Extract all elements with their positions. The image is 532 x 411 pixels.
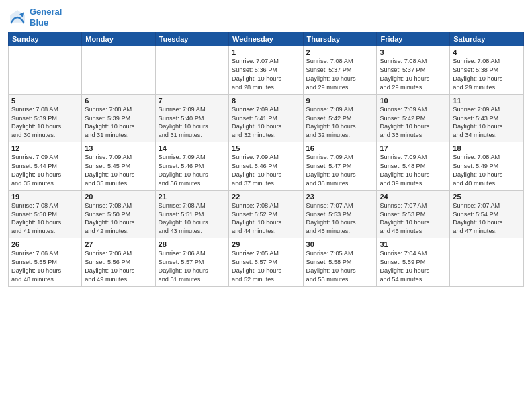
- day-info: Sunrise: 7:08 AM Sunset: 5:39 PM Dayligh…: [85, 105, 152, 140]
- day-number: 31: [380, 240, 447, 248]
- day-cell: 19Sunrise: 7:08 AM Sunset: 5:50 PM Dayli…: [9, 190, 82, 238]
- day-info: Sunrise: 7:09 AM Sunset: 5:42 PM Dayligh…: [306, 105, 374, 140]
- day-cell: 1Sunrise: 7:07 AM Sunset: 5:36 PM Daylig…: [229, 46, 304, 95]
- day-number: 23: [306, 193, 374, 201]
- day-cell: 17Sunrise: 7:09 AM Sunset: 5:48 PM Dayli…: [377, 142, 450, 191]
- week-row-1: 1Sunrise: 7:07 AM Sunset: 5:36 PM Daylig…: [9, 46, 524, 95]
- day-cell: 13Sunrise: 7:09 AM Sunset: 5:45 PM Dayli…: [82, 142, 155, 191]
- day-number: 8: [232, 97, 300, 105]
- day-info: Sunrise: 7:07 AM Sunset: 5:53 PM Dayligh…: [306, 201, 374, 236]
- day-cell: 14Sunrise: 7:09 AM Sunset: 5:46 PM Dayli…: [155, 142, 228, 191]
- day-cell: 20Sunrise: 7:08 AM Sunset: 5:50 PM Dayli…: [82, 190, 155, 238]
- day-cell: 8Sunrise: 7:09 AM Sunset: 5:41 PM Daylig…: [229, 94, 304, 142]
- day-cell: 25Sunrise: 7:07 AM Sunset: 5:54 PM Dayli…: [450, 190, 524, 238]
- day-info: Sunrise: 7:09 AM Sunset: 5:47 PM Dayligh…: [306, 153, 374, 188]
- day-cell: 15Sunrise: 7:09 AM Sunset: 5:46 PM Dayli…: [229, 142, 304, 191]
- week-row-4: 19Sunrise: 7:08 AM Sunset: 5:50 PM Dayli…: [9, 190, 524, 238]
- day-info: Sunrise: 7:08 AM Sunset: 5:50 PM Dayligh…: [85, 201, 152, 236]
- day-cell: [9, 46, 82, 95]
- weekday-header-tuesday: Tuesday: [155, 32, 228, 46]
- day-cell: 11Sunrise: 7:09 AM Sunset: 5:43 PM Dayli…: [450, 94, 524, 142]
- day-number: 30: [306, 240, 374, 248]
- day-info: Sunrise: 7:07 AM Sunset: 5:53 PM Dayligh…: [380, 201, 447, 236]
- day-number: 12: [11, 144, 79, 152]
- day-number: 17: [380, 144, 447, 152]
- day-cell: 6Sunrise: 7:08 AM Sunset: 5:39 PM Daylig…: [82, 94, 155, 142]
- logo-text: GeneralBlue: [30, 7, 62, 28]
- day-number: 20: [85, 193, 152, 201]
- week-row-5: 26Sunrise: 7:06 AM Sunset: 5:55 PM Dayli…: [9, 238, 524, 287]
- day-number: 26: [11, 240, 79, 248]
- day-info: Sunrise: 7:09 AM Sunset: 5:48 PM Dayligh…: [380, 153, 447, 188]
- day-cell: 12Sunrise: 7:09 AM Sunset: 5:44 PM Dayli…: [9, 142, 82, 191]
- day-info: Sunrise: 7:09 AM Sunset: 5:43 PM Dayligh…: [453, 105, 521, 140]
- day-info: Sunrise: 7:08 AM Sunset: 5:49 PM Dayligh…: [453, 153, 521, 188]
- day-info: Sunrise: 7:06 AM Sunset: 5:55 PM Dayligh…: [11, 249, 79, 284]
- day-number: 2: [306, 48, 374, 56]
- day-number: 28: [159, 240, 226, 248]
- day-info: Sunrise: 7:08 AM Sunset: 5:50 PM Dayligh…: [11, 201, 79, 236]
- calendar: SundayMondayTuesdayWednesdayThursdayFrid…: [8, 32, 524, 287]
- day-info: Sunrise: 7:07 AM Sunset: 5:36 PM Dayligh…: [232, 57, 300, 92]
- day-cell: 7Sunrise: 7:09 AM Sunset: 5:40 PM Daylig…: [155, 94, 228, 142]
- day-cell: 5Sunrise: 7:08 AM Sunset: 5:39 PM Daylig…: [9, 94, 82, 142]
- day-info: Sunrise: 7:04 AM Sunset: 5:59 PM Dayligh…: [380, 249, 447, 284]
- weekday-header-sunday: Sunday: [9, 32, 82, 46]
- day-info: Sunrise: 7:07 AM Sunset: 5:54 PM Dayligh…: [453, 201, 521, 236]
- week-row-3: 12Sunrise: 7:09 AM Sunset: 5:44 PM Dayli…: [9, 142, 524, 191]
- day-cell: 10Sunrise: 7:09 AM Sunset: 5:42 PM Dayli…: [377, 94, 450, 142]
- day-info: Sunrise: 7:09 AM Sunset: 5:40 PM Dayligh…: [159, 105, 226, 140]
- day-cell: 9Sunrise: 7:09 AM Sunset: 5:42 PM Daylig…: [303, 94, 377, 142]
- week-row-2: 5Sunrise: 7:08 AM Sunset: 5:39 PM Daylig…: [9, 94, 524, 142]
- day-number: 6: [85, 97, 152, 105]
- day-info: Sunrise: 7:06 AM Sunset: 5:57 PM Dayligh…: [159, 249, 226, 284]
- header: GeneralBlue: [8, 7, 524, 28]
- page: GeneralBlue SundayMondayTuesdayWednesday…: [0, 0, 532, 411]
- day-number: 5: [11, 97, 79, 105]
- day-cell: 18Sunrise: 7:08 AM Sunset: 5:49 PM Dayli…: [450, 142, 524, 191]
- day-number: 9: [306, 97, 374, 105]
- day-info: Sunrise: 7:09 AM Sunset: 5:42 PM Dayligh…: [380, 105, 447, 140]
- day-info: Sunrise: 7:08 AM Sunset: 5:37 PM Dayligh…: [380, 57, 447, 92]
- day-cell: 28Sunrise: 7:06 AM Sunset: 5:57 PM Dayli…: [155, 238, 228, 287]
- logo-icon: [8, 8, 27, 27]
- day-cell: 26Sunrise: 7:06 AM Sunset: 5:55 PM Dayli…: [9, 238, 82, 287]
- day-cell: 2Sunrise: 7:08 AM Sunset: 5:37 PM Daylig…: [303, 46, 377, 95]
- day-cell: 24Sunrise: 7:07 AM Sunset: 5:53 PM Dayli…: [377, 190, 450, 238]
- day-number: 25: [453, 193, 521, 201]
- day-number: 29: [232, 240, 300, 248]
- day-number: 27: [85, 240, 152, 248]
- logo: GeneralBlue: [8, 7, 62, 28]
- day-number: 21: [159, 193, 226, 201]
- day-cell: 30Sunrise: 7:05 AM Sunset: 5:58 PM Dayli…: [303, 238, 377, 287]
- day-cell: 29Sunrise: 7:05 AM Sunset: 5:57 PM Dayli…: [229, 238, 304, 287]
- day-cell: 27Sunrise: 7:06 AM Sunset: 5:56 PM Dayli…: [82, 238, 155, 287]
- day-number: 3: [380, 48, 447, 56]
- weekday-header-wednesday: Wednesday: [229, 32, 304, 46]
- day-cell: 31Sunrise: 7:04 AM Sunset: 5:59 PM Dayli…: [377, 238, 450, 287]
- day-cell: 16Sunrise: 7:09 AM Sunset: 5:47 PM Dayli…: [303, 142, 377, 191]
- day-info: Sunrise: 7:09 AM Sunset: 5:45 PM Dayligh…: [85, 153, 152, 188]
- weekday-header-friday: Friday: [377, 32, 450, 46]
- day-info: Sunrise: 7:08 AM Sunset: 5:37 PM Dayligh…: [306, 57, 374, 92]
- day-number: 11: [453, 97, 521, 105]
- day-number: 16: [306, 144, 374, 152]
- day-cell: 3Sunrise: 7:08 AM Sunset: 5:37 PM Daylig…: [377, 46, 450, 95]
- day-info: Sunrise: 7:06 AM Sunset: 5:56 PM Dayligh…: [85, 249, 152, 284]
- day-number: 13: [85, 144, 152, 152]
- day-cell: [82, 46, 155, 95]
- day-info: Sunrise: 7:08 AM Sunset: 5:51 PM Dayligh…: [159, 201, 226, 236]
- day-info: Sunrise: 7:09 AM Sunset: 5:46 PM Dayligh…: [232, 153, 300, 188]
- day-number: 22: [232, 193, 300, 201]
- day-info: Sunrise: 7:09 AM Sunset: 5:46 PM Dayligh…: [159, 153, 226, 188]
- day-number: 18: [453, 144, 521, 152]
- day-info: Sunrise: 7:09 AM Sunset: 5:44 PM Dayligh…: [11, 153, 79, 188]
- day-number: 10: [380, 97, 447, 105]
- day-number: 1: [232, 48, 300, 56]
- day-info: Sunrise: 7:05 AM Sunset: 5:57 PM Dayligh…: [232, 249, 300, 284]
- day-cell: 21Sunrise: 7:08 AM Sunset: 5:51 PM Dayli…: [155, 190, 228, 238]
- day-info: Sunrise: 7:08 AM Sunset: 5:52 PM Dayligh…: [232, 201, 300, 236]
- weekday-header-saturday: Saturday: [450, 32, 524, 46]
- day-info: Sunrise: 7:08 AM Sunset: 5:39 PM Dayligh…: [11, 105, 79, 140]
- day-cell: 4Sunrise: 7:08 AM Sunset: 5:38 PM Daylig…: [450, 46, 524, 95]
